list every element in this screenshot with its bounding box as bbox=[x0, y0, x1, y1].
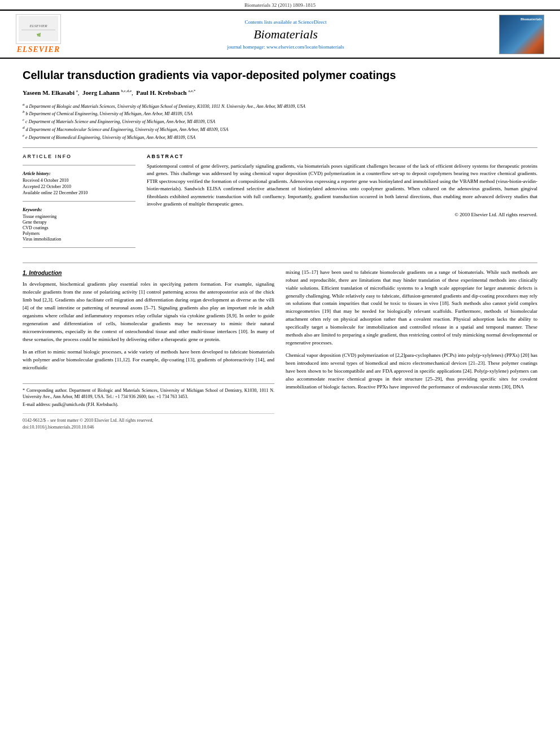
page-wrapper: Biomaterials 32 (2011) 1809–1815 ELSEVIE… bbox=[0, 0, 560, 443]
elsevier-icon-box: ELSEVIER 🌿 bbox=[16, 14, 61, 44]
history-label: Article history: bbox=[23, 171, 135, 176]
right-para-1: mixing [15–17] have been used to fabrica… bbox=[286, 269, 537, 347]
copyright: © 2010 Elsevier Ltd. All rights reserved… bbox=[147, 212, 537, 217]
divider-keywords bbox=[23, 201, 135, 202]
footnote-1: * Corresponding author. Department of Bi… bbox=[23, 387, 274, 400]
footnotes: * Corresponding author. Department of Bi… bbox=[23, 383, 274, 408]
keyword-4: Polymers bbox=[23, 231, 135, 236]
svg-rect-0 bbox=[19, 16, 58, 41]
bottom-bar: 0142-9612/$ – see front matter © 2010 El… bbox=[23, 413, 274, 431]
svg-text:🌿: 🌿 bbox=[37, 33, 41, 37]
publisher-logo-area: ELSEVIER 🌿 ELSEVIER bbox=[5, 14, 72, 54]
doi-line: doi:10.1016/j.biomaterials.2010.10.046 bbox=[23, 424, 274, 431]
footnote-2: E-mail address: paulk@umich.edu (P.H. Kr… bbox=[23, 401, 274, 408]
affiliations: a a Department of Biologic and Materials… bbox=[23, 102, 537, 141]
affiliation-c: c c Department of Materials Science and … bbox=[23, 117, 537, 125]
divider-end-info bbox=[23, 247, 135, 248]
authors-line: Yaseen M. Elkasabi a, Joerg Lahann b,c,d… bbox=[23, 88, 537, 98]
divider-info bbox=[23, 165, 135, 165]
divider-body bbox=[23, 263, 537, 263]
journal-citation: Biomaterials 32 (2011) 1809–1815 bbox=[0, 0, 560, 10]
keywords-section: Keywords: Tissue engineering Gene therap… bbox=[23, 207, 135, 242]
article-area: Cellular transduction gradients via vapo… bbox=[0, 59, 560, 443]
abstract-heading: ABSTRACT bbox=[147, 154, 537, 159]
affiliation-a: a a Department of Biologic and Materials… bbox=[23, 102, 537, 110]
svg-text:ELSEVIER: ELSEVIER bbox=[29, 24, 47, 28]
accepted-date: Accepted 22 October 2010 bbox=[23, 184, 135, 189]
elsevier-text-logo: ELSEVIER bbox=[17, 45, 60, 54]
journal-cover-image: Biomaterials bbox=[499, 15, 544, 54]
affiliation-e: e e Department of Biomedical Engineering… bbox=[23, 133, 537, 141]
affiliation-b: b b Department of Chemical Engineering, … bbox=[23, 110, 537, 117]
body-left-col: 1. Introduction In development, biochemi… bbox=[23, 269, 274, 431]
journal-title: Biomaterials bbox=[72, 27, 499, 42]
info-abstract-section: ARTICLE INFO Article history: Received 4… bbox=[23, 154, 537, 254]
abstract-text: Spatiotemporal control of gene delivery,… bbox=[147, 163, 537, 208]
article-info-heading: ARTICLE INFO bbox=[23, 154, 135, 159]
intro-para-1: In development, biochemical gradients pl… bbox=[23, 281, 274, 344]
keyword-3: CVD coatings bbox=[23, 225, 135, 230]
article-title: Cellular transduction gradients via vapo… bbox=[23, 68, 537, 82]
keyword-2: Gene therapy bbox=[23, 220, 135, 225]
journal-info-center: Contents lists available at ScienceDirec… bbox=[72, 19, 499, 50]
abstract-col: ABSTRACT Spatiotemporal control of gene … bbox=[147, 154, 537, 254]
journal-homepage: journal homepage: www.elsevier.com/locat… bbox=[72, 44, 499, 50]
keyword-1: Tissue engineering bbox=[23, 214, 135, 219]
article-info-col: ARTICLE INFO Article history: Received 4… bbox=[23, 154, 135, 254]
intro-para-2: In an effort to mimic normal biologic pr… bbox=[23, 348, 274, 372]
journal-header: ELSEVIER 🌿 ELSEVIER Contents lists avail… bbox=[0, 10, 560, 59]
divider-1 bbox=[23, 147, 537, 148]
intro-heading: 1. Introduction bbox=[23, 269, 274, 278]
contents-link: Contents lists available at ScienceDirec… bbox=[72, 19, 499, 25]
issn-line: 0142-9612/$ – see front matter © 2010 El… bbox=[23, 417, 274, 424]
available-date: Available online 22 December 2010 bbox=[23, 190, 135, 195]
received-date: Received 4 October 2010 bbox=[23, 178, 135, 183]
affiliation-d: d d Department of Macromolecular Science… bbox=[23, 125, 537, 133]
body-section: 1. Introduction In development, biochemi… bbox=[23, 269, 537, 431]
right-para-2: Chemical vapor deposition (CVD) polymeri… bbox=[286, 352, 537, 391]
keywords-label: Keywords: bbox=[23, 207, 135, 212]
elsevier-tree-icon: ELSEVIER 🌿 bbox=[19, 16, 58, 41]
body-right-col: mixing [15–17] have been used to fabrica… bbox=[286, 269, 537, 431]
keyword-5: Virus immobilization bbox=[23, 237, 135, 242]
journal-cover-area: Biomaterials bbox=[499, 15, 555, 54]
